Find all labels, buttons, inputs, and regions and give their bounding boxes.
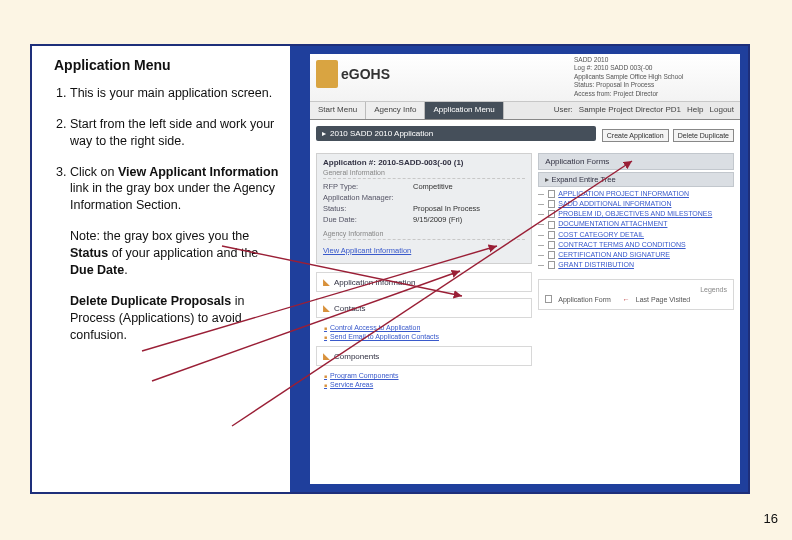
app-header: eGOHS SADD 2010 Log #: 2010 SADD 003(-00…	[310, 54, 740, 102]
chevron-right-icon: ▸	[322, 129, 326, 138]
application-banner: ▸ 2010 SADD 2010 Application	[316, 126, 596, 141]
user-bar: User: Sample Project Director PD1 Help L…	[548, 102, 740, 119]
step-1: This is your main application screen.	[70, 85, 280, 102]
components-section[interactable]: ◣ Components	[316, 346, 532, 366]
general-info-header: General Information	[323, 169, 525, 179]
contacts-links: Control Access to Application Send Email…	[324, 324, 532, 340]
tree-node[interactable]: PROBLEM ID, OBJECTIVES AND MILESTONES	[538, 210, 734, 218]
create-application-button[interactable]: Create Application	[602, 129, 669, 142]
service-areas-link[interactable]: Service Areas	[324, 381, 532, 388]
app-logo: eGOHS	[316, 60, 390, 88]
tree-node[interactable]: GRANT DISTRIBUTION	[538, 261, 734, 269]
tab-agency-info[interactable]: Agency Info	[366, 102, 425, 119]
view-applicant-info-link[interactable]: View Applicant Information	[323, 246, 411, 255]
slide-frame: Application Menu This is your main appli…	[30, 44, 750, 494]
step-3: Click on View Applicant Information link…	[70, 164, 280, 215]
document-icon	[548, 261, 555, 269]
application-forms-bar: Application Forms	[538, 153, 734, 170]
tree-node[interactable]: CONTRACT TERMS AND CONDITIONS	[538, 241, 734, 249]
forms-tree: APPLICATION PROJECT INFORMATION SADD ADD…	[538, 190, 734, 269]
logo-text: eGOHS	[341, 66, 390, 82]
app-body: Application #: 2010-SADD-003(-00 (1) Gen…	[310, 145, 740, 398]
instruction-panel: Application Menu This is your main appli…	[32, 46, 290, 492]
delete-duplicate-button[interactable]: Delete Duplicate	[673, 129, 734, 142]
document-icon	[548, 190, 555, 198]
document-icon	[548, 210, 555, 218]
delete-paragraph: Delete Duplicate Proposals in Process (A…	[70, 293, 280, 344]
page-number: 16	[764, 511, 778, 526]
header-meta: SADD 2010 Log #: 2010 SADD 003(-00 Appli…	[574, 56, 734, 98]
tree-node[interactable]: CERTIFICATION AND SIGNATURE	[538, 251, 734, 259]
logout-link[interactable]: Logout	[710, 105, 734, 116]
right-pane: Application Forms Expand Entire Tree APP…	[538, 153, 734, 390]
send-email-link[interactable]: Send Email to Application Contacts	[324, 333, 532, 340]
note-paragraph: Note: the gray box gives you the Status …	[70, 228, 280, 279]
triangle-icon: ◣	[323, 351, 330, 361]
document-icon	[545, 295, 552, 303]
tree-node[interactable]: SADD ADDITIONAL INFORMATION	[538, 200, 734, 208]
triangle-icon: ◣	[323, 303, 330, 313]
agency-info-header: Agency Information	[323, 230, 525, 240]
contacts-section[interactable]: ◣ Contacts	[316, 298, 532, 318]
application-information-section[interactable]: ◣ Application Information	[316, 272, 532, 292]
tree-node[interactable]: DOCUMENTATION ATTACHMENT	[538, 220, 734, 228]
document-icon	[548, 241, 555, 249]
program-components-link[interactable]: Program Components	[324, 372, 532, 379]
document-icon	[548, 221, 555, 229]
step-2: Start from the left side and work your w…	[70, 116, 280, 150]
tab-application-menu[interactable]: Application Menu	[425, 102, 503, 119]
tree-node[interactable]: APPLICATION PROJECT INFORMATION	[538, 190, 734, 198]
instruction-list: This is your main application screen. St…	[46, 85, 280, 214]
triangle-icon: ◣	[323, 277, 330, 287]
document-icon	[548, 231, 555, 239]
tab-start-menu[interactable]: Start Menu	[310, 102, 366, 119]
left-pane: Application #: 2010-SADD-003(-00 (1) Gen…	[316, 153, 532, 390]
document-icon	[548, 200, 555, 208]
tab-bar: Start Menu Agency Info Application Menu …	[310, 102, 740, 120]
document-icon	[548, 251, 555, 259]
screenshot-panel: eGOHS SADD 2010 Log #: 2010 SADD 003(-00…	[290, 46, 748, 492]
components-links: Program Components Service Areas	[324, 372, 532, 388]
logo-icon	[316, 60, 338, 88]
tree-node[interactable]: COST CATEGORY DETAIL	[538, 231, 734, 239]
control-access-link[interactable]: Control Access to Application	[324, 324, 532, 331]
arrow-left-icon: ←	[623, 296, 630, 303]
panel-heading: Application Menu	[54, 56, 280, 75]
app-screen: eGOHS SADD 2010 Log #: 2010 SADD 003(-00…	[310, 54, 740, 484]
help-link[interactable]: Help	[687, 105, 703, 116]
general-info-box: Application #: 2010-SADD-003(-00 (1) Gen…	[316, 153, 532, 264]
expand-tree-toggle[interactable]: Expand Entire Tree	[538, 172, 734, 187]
legend-box: Legends Application Form ← Last Page Vis…	[538, 279, 734, 310]
